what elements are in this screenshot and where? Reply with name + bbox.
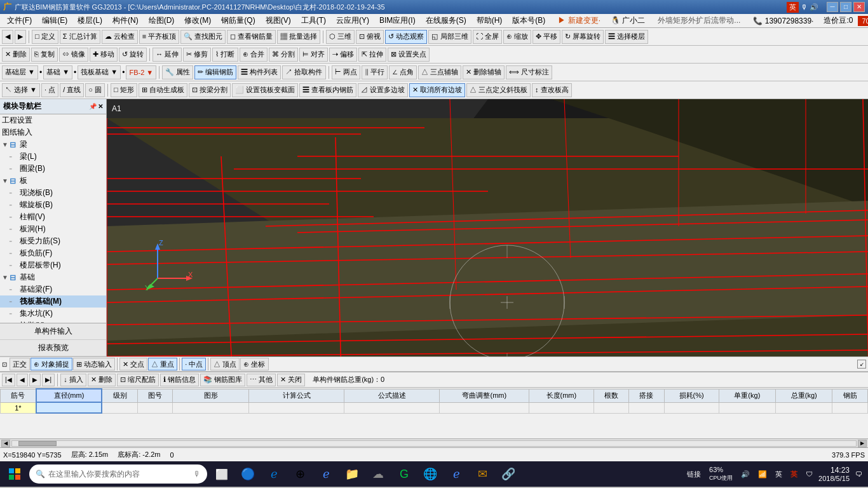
cell-grade[interactable] bbox=[102, 402, 137, 413]
btn-calc[interactable]: Σ 汇总计算 bbox=[60, 30, 100, 44]
btn-local-3d[interactable]: ◱ 局部三维 bbox=[428, 30, 471, 44]
btn-close-panel[interactable]: ✕ 关闭 bbox=[277, 374, 305, 386]
btn-obj-snap[interactable]: ⊕ 对象捕捉 bbox=[31, 358, 72, 370]
score-badge[interactable]: 70 bbox=[858, 16, 868, 26]
btn-line[interactable]: / 直线 bbox=[60, 83, 84, 97]
btn-copy[interactable]: ⎘ 复制 bbox=[31, 48, 58, 62]
breadcrumb-type[interactable]: 基础 ▼ bbox=[43, 65, 72, 79]
btn-ortho[interactable]: 正交 bbox=[10, 358, 30, 370]
menu-new-change[interactable]: ▶ 新建变更· bbox=[553, 14, 606, 27]
scroll-track[interactable] bbox=[11, 440, 857, 447]
tray-cpu[interactable]: 63% CPU使用 bbox=[707, 464, 735, 484]
cell-overlap[interactable] bbox=[629, 402, 664, 413]
tray-ime[interactable]: 英 bbox=[788, 468, 800, 480]
sidebar-item-floor-band[interactable]: ╴ 楼层板带(H) bbox=[0, 259, 106, 271]
cell-length[interactable] bbox=[529, 402, 593, 413]
btn-angle[interactable]: ∠ 点角 bbox=[389, 65, 417, 79]
maximize-button[interactable]: □ bbox=[840, 2, 851, 12]
btn-midpoint[interactable]: △ 重点 bbox=[148, 358, 177, 370]
input-method[interactable]: 英 bbox=[787, 2, 799, 13]
cell-bend-adj[interactable] bbox=[440, 402, 529, 413]
btn-two-point[interactable]: ⊢ 两点 bbox=[332, 65, 360, 79]
tray-clock[interactable]: 14:23 2018/5/15 bbox=[818, 466, 850, 482]
btn-nav-last[interactable]: ▶| bbox=[42, 374, 55, 386]
canvas-area[interactable]: A1 Z X Y bbox=[107, 99, 868, 356]
btn-vertex[interactable]: △ 顶点 bbox=[210, 358, 240, 370]
btn-move[interactable]: ✚ 移动 bbox=[90, 48, 118, 62]
cell-id[interactable]: 1* bbox=[1, 402, 36, 413]
rebar-table[interactable]: 筋号 直径(mm) 级别 图号 图形 计算公式 公式描述 弯曲调整(mm) 长度… bbox=[0, 388, 868, 438]
sidebar-item-beam-group[interactable]: ▼ ⊟ 梁 bbox=[0, 139, 106, 151]
sidebar-item-slab-rebar[interactable]: ╴ 板受力筋(S) bbox=[0, 235, 106, 247]
menu-online[interactable]: 在线服务(S) bbox=[421, 14, 471, 27]
btn-element-list[interactable]: ☰ 构件列表 bbox=[238, 65, 281, 79]
btn-intersect[interactable]: ✕ 交点 bbox=[119, 358, 147, 370]
btn-find-element[interactable]: 🔍 查找图元 bbox=[180, 30, 226, 44]
cell-fig-no[interactable] bbox=[137, 402, 172, 413]
sidebar-item-slab-group[interactable]: ▼ ⊟ 板 bbox=[0, 175, 106, 187]
scroll-thumb[interactable] bbox=[18, 441, 57, 446]
sidebar-item-cap[interactable]: ╴ 柱帽(V) bbox=[0, 211, 106, 223]
taskbar-app-mail[interactable]: ✉ bbox=[471, 463, 494, 485]
btn-del-axis[interactable]: ✕ 删除辅轴 bbox=[463, 65, 505, 79]
resize-icon[interactable]: ↙ bbox=[857, 360, 866, 369]
tray-input[interactable]: 英 bbox=[773, 468, 785, 480]
btn-3d[interactable]: ⬡ 三维 bbox=[326, 30, 355, 44]
btn-back[interactable]: ◀ bbox=[2, 30, 13, 44]
taskbar-app-edge[interactable]: ℯ bbox=[262, 463, 285, 485]
btn-level-top[interactable]: ≡ 平齐板顶 bbox=[139, 30, 179, 44]
taskbar-app-folder[interactable]: 📁 bbox=[341, 463, 363, 485]
btn-report-preview[interactable]: 报表预览 bbox=[0, 340, 106, 356]
menu-rebar-qty[interactable]: 钢筋量(Q) bbox=[216, 14, 260, 27]
search-bar[interactable]: 🔍 在这里输入你要搜索的内容 🎙 bbox=[29, 464, 207, 484]
btn-rotate[interactable]: ↺ 旋转 bbox=[119, 48, 147, 62]
canvas-3d[interactable]: A1 Z X Y bbox=[107, 99, 868, 356]
scroll-right-btn[interactable]: ▶ bbox=[858, 440, 867, 447]
sidebar-item-raft-found[interactable]: ╴ 筏板基础(M) bbox=[0, 295, 106, 308]
tray-security[interactable]: 🛡 bbox=[803, 469, 815, 479]
taskbar-app-connect[interactable]: 🔗 bbox=[497, 463, 520, 485]
btn-top-view[interactable]: ⊡ 俯视 bbox=[356, 30, 384, 44]
cell-shape[interactable] bbox=[173, 402, 249, 413]
menu-help[interactable]: 帮助(H) bbox=[471, 14, 508, 27]
btn-delete-rebar[interactable]: ✕ 删除 bbox=[88, 374, 116, 386]
btn-rect[interactable]: □ 矩形 bbox=[111, 83, 137, 97]
sidebar-item-slab-hole[interactable]: ╴ 板洞(H) bbox=[0, 223, 106, 235]
btn-cancel-slope[interactable]: ✕ 取消所有边坡 bbox=[409, 83, 465, 97]
menu-view[interactable]: 视图(V) bbox=[261, 14, 296, 27]
btn-coord[interactable]: ⊕ 坐标 bbox=[240, 358, 268, 370]
taskbar-app-browser2[interactable]: 🌐 bbox=[419, 463, 442, 485]
btn-scale-rebar[interactable]: ⊡ 缩尺配筋 bbox=[117, 374, 159, 386]
tray-notifications[interactable]: 🗨 bbox=[853, 469, 865, 479]
btn-set-raft-section[interactable]: ⬜ 设置筏板变截面 bbox=[232, 83, 298, 97]
minimize-button[interactable]: ─ bbox=[827, 2, 838, 12]
btn-screen-rotate[interactable]: ↻ 屏幕旋转 bbox=[562, 30, 604, 44]
btn-edit-rebar[interactable]: ✏ 编辑钢筋 bbox=[194, 65, 236, 79]
btn-rebar-info[interactable]: ℹ 钢筋信息 bbox=[160, 374, 199, 386]
sidebar-item-found-beam[interactable]: ╴ 基础梁(F) bbox=[0, 283, 106, 295]
sidebar-item-project-settings[interactable]: 工程设置 bbox=[0, 114, 106, 126]
tray-network2[interactable]: 📶 bbox=[756, 469, 770, 480]
menu-coins[interactable]: 造价豆:0 bbox=[818, 14, 858, 27]
task-view-button[interactable]: ⬜ bbox=[210, 463, 233, 485]
menu-bim[interactable]: BIM应用(I) bbox=[374, 14, 421, 27]
btn-select[interactable]: ↖ 选择 ▼ bbox=[2, 83, 40, 97]
btn-forward[interactable]: ▶ bbox=[15, 30, 26, 44]
btn-mirror[interactable]: ⇔ 镜像 bbox=[59, 48, 88, 62]
btn-cloud-check[interactable]: ☁ 云检查 bbox=[102, 30, 138, 44]
btn-dynamic-input[interactable]: ⊞ 动态输入 bbox=[73, 358, 115, 370]
btn-view-rebar[interactable]: ◻ 查看钢筋量 bbox=[227, 30, 276, 44]
btn-insert-rebar[interactable]: ↓ 插入 bbox=[60, 374, 86, 386]
hscrollbar[interactable]: ◀ ▶ bbox=[0, 438, 868, 447]
sidebar-item-found-group[interactable]: ▼ ⊟ 基础 bbox=[0, 271, 106, 283]
menu-tools[interactable]: 工具(T) bbox=[296, 14, 331, 27]
btn-nav-next[interactable]: ▶ bbox=[29, 374, 41, 386]
taskbar-app-steam[interactable]: ☁ bbox=[367, 463, 390, 485]
btn-center[interactable]: · 中点 bbox=[182, 358, 206, 370]
btn-other[interactable]: ⋯ 其他 bbox=[247, 374, 276, 386]
btn-align[interactable]: ⊨ 对齐 bbox=[299, 48, 328, 62]
menu-draw[interactable]: 绘图(D) bbox=[144, 14, 180, 27]
btn-edit-height[interactable]: ↕ 查改板高 bbox=[532, 83, 572, 97]
cell-desc[interactable] bbox=[344, 402, 440, 413]
cell-unit-wt[interactable] bbox=[719, 402, 775, 413]
